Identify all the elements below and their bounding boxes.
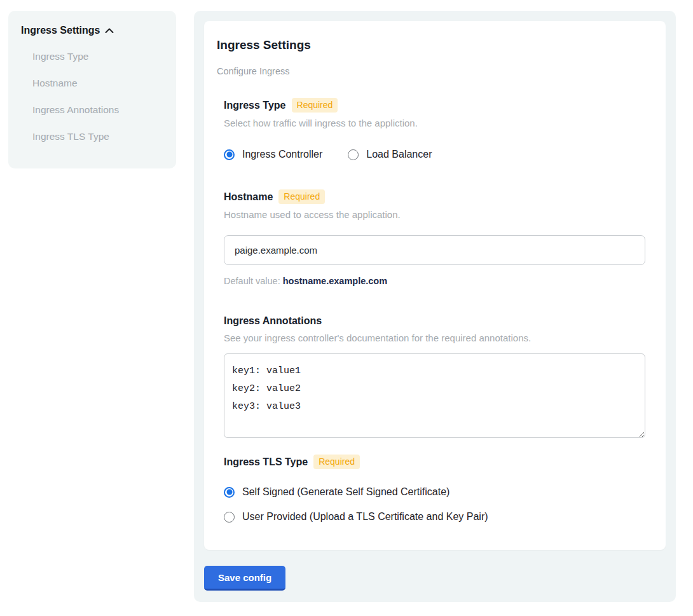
section-description: See your ingress controller's documentat… [224,332,645,344]
section-description: Hostname used to access the application. [224,209,645,221]
radio-icon [224,487,235,498]
section-tls-header: Ingress TLS Type Required [224,455,645,469]
radio-load-balancer[interactable]: Load Balancer [348,149,432,160]
sidebar-group-ingress-settings[interactable]: Ingress Settings [21,25,163,36]
sidebar-item-ingress-tls-type[interactable]: Ingress TLS Type [21,130,163,143]
save-config-button[interactable]: Save config [204,566,285,591]
page-subtitle: Configure Ingress [217,66,645,76]
chevron-up-icon [105,25,114,36]
section-label: Ingress Type [224,99,286,112]
section-ingress-tls-type: Ingress TLS Type Required Self Signed (G… [224,455,645,523]
section-description: Select how traffic will ingress to the a… [224,117,645,129]
ingress-type-radio-group: Ingress Controller Load Balancer [224,149,645,160]
annotations-textarea[interactable]: key1: value1 key2: value2 key3: value3 [224,353,645,438]
section-label: Hostname [224,191,273,203]
radio-user-provided[interactable]: User Provided (Upload a TLS Certificate … [224,511,645,523]
radio-icon [224,149,235,160]
radio-label: Ingress Controller [242,149,322,160]
radio-ingress-controller[interactable]: Ingress Controller [224,149,322,160]
hostname-default-helper: Default value: hostname.example.com [224,276,645,286]
sidebar-item-ingress-type[interactable]: Ingress Type [21,50,163,63]
sidebar-group-label: Ingress Settings [21,25,100,36]
radio-icon [224,512,235,523]
default-value-prefix: Default value: [224,276,283,286]
required-badge: Required [278,189,325,204]
section-hostname: Hostname Required Hostname used to acces… [224,189,645,286]
section-hostname-header: Hostname Required [224,189,645,204]
tls-type-radio-group: Self Signed (Generate Self Signed Certif… [224,486,645,523]
default-value-text: hostname.example.com [283,276,387,286]
radio-label: Load Balancer [366,149,432,160]
sidebar-item-list: Ingress Type Hostname Ingress Annotation… [21,50,163,143]
page-title: Ingress Settings [217,38,645,52]
section-ingress-type-header: Ingress Type Required [224,98,645,113]
section-label: Ingress TLS Type [224,456,308,469]
required-badge: Required [292,98,338,113]
radio-label: User Provided (Upload a TLS Certificate … [242,511,488,523]
section-annotations-header: Ingress Annotations [224,315,645,327]
radio-icon [348,149,359,160]
ingress-settings-card: Ingress Settings Configure Ingress Ingre… [204,21,666,550]
radio-self-signed[interactable]: Self Signed (Generate Self Signed Certif… [224,486,645,498]
hostname-input[interactable] [224,235,645,265]
sidebar: Ingress Settings Ingress Type Hostname I… [8,11,176,168]
section-ingress-type: Ingress Type Required Select how traffic… [224,98,645,160]
required-badge: Required [313,455,360,469]
radio-label: Self Signed (Generate Self Signed Certif… [242,486,449,498]
section-label: Ingress Annotations [224,315,322,327]
sidebar-item-ingress-annotations[interactable]: Ingress Annotations [21,104,163,116]
sidebar-item-hostname[interactable]: Hostname [21,77,163,90]
settings-panel: Ingress Settings Configure Ingress Ingre… [194,11,676,602]
section-ingress-annotations: Ingress Annotations See your ingress con… [224,315,645,441]
